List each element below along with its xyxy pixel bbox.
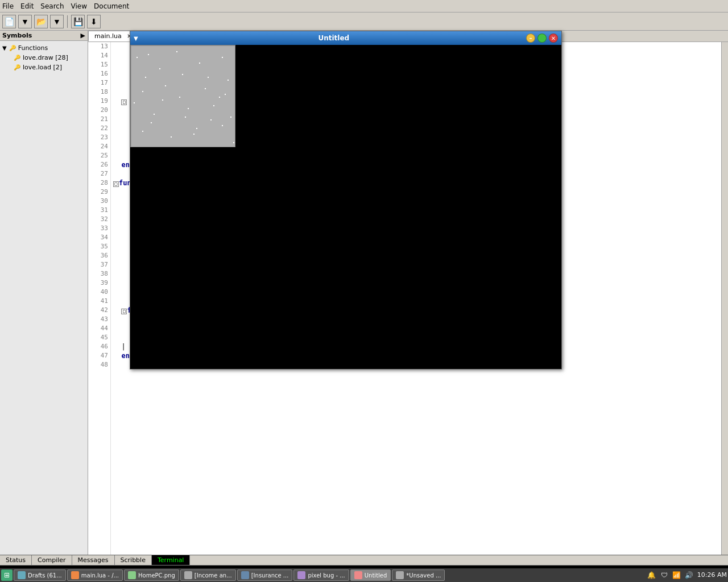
task-label-insurance: [Insurance ...	[251, 572, 289, 579]
task-label-homepc: HomePC.png	[138, 572, 175, 579]
tree-child-label-2: love.load [2]	[23, 64, 62, 71]
overlay-main-black	[130, 147, 561, 369]
task-insurance[interactable]: [Insurance ...	[237, 569, 293, 581]
task-icon-untitled	[354, 571, 362, 579]
task-label-unsaved: *Unsaved ...	[406, 572, 441, 579]
task-icon-drafts	[18, 571, 26, 579]
task-unsaved[interactable]: *Unsaved ...	[392, 569, 445, 581]
sidebar-expand-icon[interactable]: ▶	[81, 32, 85, 39]
tree-item-love-load[interactable]: 🔑 love.load [2]	[0, 63, 88, 72]
task-icon-income	[184, 571, 192, 579]
menu-document[interactable]: Document	[94, 2, 129, 10]
task-income[interactable]: [Income an...	[180, 569, 236, 581]
menu-search[interactable]: Search	[40, 2, 64, 10]
tab-scribble[interactable]: Scribble	[115, 555, 152, 565]
tab-label-main-lua: main.lua	[94, 32, 122, 40]
tree-root-functions[interactable]: ▼ 🔑 Functions	[0, 43, 88, 53]
menu-edit[interactable]: Edit	[20, 2, 34, 10]
sidebar: Symbols ▶ ▼ 🔑 Functions 🔑 love.draw [28]…	[0, 31, 88, 555]
close-button[interactable]: ✕	[549, 34, 558, 43]
overlay-window[interactable]: ▼ Untitled – ✕	[130, 31, 562, 369]
function-icon: 🔑	[9, 45, 16, 51]
tray-notification-icon[interactable]: 🔔	[647, 571, 656, 580]
line-numbers: 13 14 15 16 17 18 19 20 21 22 23 24 25 2…	[88, 42, 111, 555]
menu-view[interactable]: View	[71, 2, 87, 10]
tray-volume-icon[interactable]: 🔊	[685, 571, 694, 580]
open-file-button[interactable]: 📂	[34, 15, 48, 28]
maximize-button[interactable]	[537, 34, 547, 43]
task-label-untitled: Untitled	[365, 572, 387, 579]
task-pixel-bug[interactable]: pixel bug - ...	[293, 569, 349, 581]
task-label-main-lua: main.lua - /...	[81, 572, 119, 579]
symbol-tree: ▼ 🔑 Functions 🔑 love.draw [28] 🔑 love.lo…	[0, 41, 88, 74]
overlay-chevron-icon: ▼	[134, 35, 138, 41]
fold-icon-19[interactable]: □	[121, 99, 127, 105]
task-main-lua[interactable]: main.lua - /...	[67, 569, 123, 581]
save-button[interactable]: 💾	[71, 15, 85, 28]
starfield-canvas	[131, 45, 235, 147]
tab-status[interactable]: Status	[0, 555, 32, 565]
task-label-drafts: Drafts (61...	[28, 572, 62, 579]
task-homepc[interactable]: HomePC.png	[124, 569, 179, 581]
overlay-preview-area	[130, 45, 235, 147]
task-icon-homepc	[128, 571, 136, 579]
menu-file[interactable]: File	[2, 2, 14, 10]
tab-terminal[interactable]: Terminal	[152, 555, 191, 565]
window-controls: – ✕	[526, 34, 558, 43]
minimize-button[interactable]: –	[526, 34, 535, 43]
taskbar-right: 🔔 🛡 📶 🔊 10:26 AM	[647, 571, 727, 580]
tree-arrow: ▼	[2, 45, 7, 51]
task-label-pixel-bug: pixel bug - ...	[308, 572, 345, 579]
tray-network-icon[interactable]: 📶	[672, 571, 681, 580]
tray-shield-icon[interactable]: 🛡	[660, 571, 669, 580]
task-untitled[interactable]: Untitled	[350, 569, 391, 581]
fold-icon-42[interactable]: □	[121, 309, 127, 314]
menubar: File Edit Search View Document	[0, 0, 728, 13]
task-drafts[interactable]: Drafts (61...	[14, 569, 66, 581]
new-file-button[interactable]: 📄	[2, 15, 16, 28]
task-label-income: [Income an...	[195, 572, 232, 579]
sidebar-header: Symbols ▶	[0, 31, 88, 41]
taskbar: ⊞ Drafts (61... main.lua - /... HomePC.p…	[0, 568, 728, 582]
main-layout: Symbols ▶ ▼ 🔑 Functions 🔑 love.draw [28]…	[0, 31, 728, 555]
function-child-icon-1: 🔑	[14, 55, 20, 61]
tree-child-label-1: love.draw [28]	[23, 54, 68, 61]
task-icon-main-lua	[71, 571, 79, 579]
right-scrollbar[interactable]	[721, 42, 728, 555]
task-icon-unsaved	[396, 571, 404, 579]
toolbar-separator-1	[67, 15, 68, 28]
overlay-top-section	[130, 45, 561, 147]
fold-icon-28[interactable]: □	[113, 181, 119, 187]
tree-root-label: Functions	[18, 44, 48, 52]
overlay-title: Untitled	[318, 34, 349, 42]
new-dropdown-button[interactable]: ▼	[18, 15, 32, 28]
bottom-tabs: Status Compiler Messages Scribble Termin…	[0, 555, 728, 566]
function-child-icon-2: 🔑	[14, 64, 20, 70]
toolbar: 📄 ▼ 📂 ▼ 💾 ⬇	[0, 13, 728, 31]
task-icon-insurance	[241, 571, 249, 579]
overlay-black-area	[235, 45, 561, 147]
start-button[interactable]: ⊞	[1, 569, 13, 581]
tab-messages[interactable]: Messages	[72, 555, 115, 565]
system-clock: 10:26 AM	[697, 571, 727, 579]
tab-compiler[interactable]: Compiler	[32, 555, 72, 565]
sidebar-title: Symbols	[2, 32, 32, 39]
tree-item-love-draw[interactable]: 🔑 love.draw [28]	[0, 53, 88, 63]
save-all-button[interactable]: ⬇	[87, 15, 101, 28]
overlay-titlebar[interactable]: ▼ Untitled – ✕	[130, 31, 561, 45]
open-dropdown-button[interactable]: ▼	[50, 15, 64, 28]
task-icon-pixel-bug	[297, 571, 305, 579]
